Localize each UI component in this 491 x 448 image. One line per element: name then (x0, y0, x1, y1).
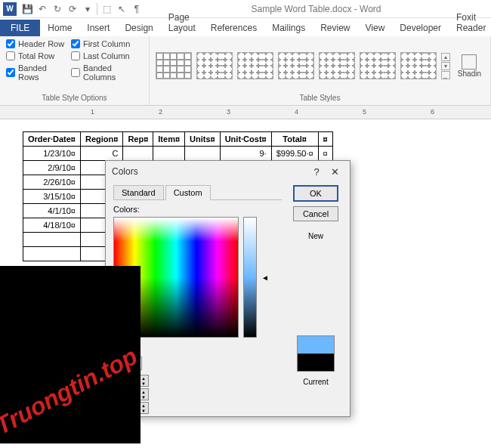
header-row-label: Header Row (18, 39, 64, 48)
cell[interactable] (23, 233, 81, 247)
last-column-label: Last Column (83, 51, 130, 60)
lightness-pointer-icon[interactable]: ◄ (261, 273, 269, 282)
preview-new-color (298, 336, 334, 354)
cell[interactable] (23, 247, 81, 261)
th-order-date[interactable]: Order·Date¤ (23, 132, 81, 147)
lightness-bar[interactable] (243, 217, 257, 338)
titlebar: W 💾 ↶ ↻ ⟳ ▾ ⬚ ↖ ¶ Sample Word Table.docx… (0, 0, 491, 18)
table-style-1[interactable] (156, 52, 192, 79)
tab-home[interactable]: Home (40, 20, 79, 36)
cell[interactable]: 2/26/10¤ (23, 175, 81, 190)
header-row-checkbox[interactable]: Header Row (6, 39, 66, 48)
banded-rows-checkbox[interactable]: Banded Rows (6, 63, 66, 82)
tab-developer[interactable]: Developer (392, 20, 449, 36)
tab-design[interactable]: Design (117, 20, 160, 36)
group-label-options: Table Style Options (6, 92, 143, 104)
total-row-checkbox[interactable]: Total Row (6, 51, 66, 60)
style-scroll-down[interactable]: ▾ (441, 62, 450, 70)
tab-insert[interactable]: Insert (79, 20, 117, 36)
dialog-title-text: Colors (112, 166, 307, 177)
tab-view[interactable]: View (358, 20, 393, 36)
dialog-help-icon[interactable]: ? (307, 166, 326, 178)
cell[interactable]: 9· (220, 147, 271, 161)
redo-icon[interactable]: ↻ (50, 2, 65, 17)
cell[interactable]: 4/18/10¤ (23, 218, 81, 233)
color-preview (297, 335, 335, 372)
dialog-titlebar[interactable]: Colors ? ✕ (106, 161, 350, 182)
select-objects-icon[interactable]: ⬚ (99, 2, 114, 17)
table-style-3[interactable] (237, 52, 273, 79)
th-rep[interactable]: Rep¤ (123, 132, 153, 147)
first-column-label: First Column (83, 39, 130, 48)
th-end[interactable]: ¤ (318, 132, 332, 147)
ruler-mark: 2 (159, 108, 162, 116)
ruler[interactable]: 1 2 3 4 5 6 (0, 106, 491, 119)
cell[interactable] (123, 147, 153, 161)
separator (97, 3, 97, 15)
dialog-tabs: Standard Custom (113, 185, 282, 200)
cell[interactable]: ¤ (318, 147, 332, 161)
tab-standard[interactable]: Standard (113, 185, 164, 199)
colors-label: Colors: (113, 205, 282, 214)
dialog-close-icon[interactable]: ✕ (326, 166, 344, 178)
ruler-mark: 6 (431, 108, 434, 116)
group-label-styles: Table Styles (156, 92, 484, 104)
ribbon-content: Header Row Total Row Banded Rows First C… (0, 36, 491, 106)
banded-columns-label: Banded Columns (83, 63, 143, 82)
tab-references[interactable]: References (203, 20, 264, 36)
th-unit-cost[interactable]: Unit·Cost¤ (220, 132, 271, 147)
cell[interactable] (153, 147, 185, 161)
ok-button[interactable]: OK (293, 185, 338, 202)
first-column-checkbox[interactable]: First Column (71, 39, 143, 48)
table-row[interactable]: 1/23/10¤C9·$999.50·¤¤ (23, 147, 333, 161)
undo-icon[interactable]: ↶ (35, 2, 50, 17)
tab-page-layout[interactable]: Page Layout (161, 9, 203, 36)
tab-foxit[interactable]: Foxit Reader (449, 9, 491, 36)
table-style-2[interactable] (196, 52, 233, 79)
qat-dropdown-icon[interactable]: ▾ (80, 2, 95, 17)
preview-current-color (298, 354, 334, 371)
style-scroll-up[interactable]: ▴ (441, 53, 450, 61)
repeat-icon[interactable]: ⟳ (65, 2, 80, 17)
last-column-checkbox[interactable]: Last Column (71, 51, 143, 60)
ruler-mark: 5 (363, 108, 366, 116)
tab-review[interactable]: Review (313, 20, 357, 36)
th-units[interactable]: Units¤ (185, 132, 221, 147)
paragraph-icon[interactable]: ¶ (129, 2, 144, 17)
save-icon[interactable]: 💾 (20, 2, 35, 17)
table-style-6[interactable] (360, 52, 396, 79)
file-tab[interactable]: FILE (0, 20, 40, 36)
banded-columns-checkbox[interactable]: Banded Columns (71, 63, 143, 82)
cell[interactable]: C (80, 147, 122, 161)
table-header-row[interactable]: Order·Date¤ Region¤ Rep¤ Item¤ Units¤ Un… (23, 132, 333, 147)
cell[interactable]: 3/15/10¤ (23, 190, 81, 204)
new-label: New (308, 232, 323, 240)
table-style-5[interactable] (319, 52, 355, 79)
cell[interactable]: 4/1/10¤ (23, 204, 81, 218)
cancel-button[interactable]: Cancel (293, 206, 338, 221)
shading-icon (462, 54, 477, 70)
th-item[interactable]: Item¤ (153, 132, 185, 147)
table-styles-group: ▴ ▾ ⎯ Shadin Table Styles (150, 36, 491, 105)
ribbon-tabs: FILE Home Insert Design Page Layout Refe… (0, 18, 491, 36)
shading-button[interactable]: Shadin (455, 53, 484, 79)
tab-custom[interactable]: Custom (165, 185, 211, 200)
cell[interactable]: 1/23/10¤ (23, 147, 81, 161)
cell[interactable]: 2/9/10¤ (23, 161, 81, 175)
style-scroll: ▴ ▾ ⎯ (441, 53, 450, 79)
th-region[interactable]: Region¤ (80, 132, 122, 147)
total-row-label: Total Row (18, 51, 54, 60)
cursor-icon[interactable]: ↖ (114, 2, 129, 17)
style-more[interactable]: ⎯ (441, 71, 450, 79)
cell[interactable]: $999.50·¤ (271, 147, 318, 161)
table-style-7[interactable] (400, 52, 437, 79)
table-style-4[interactable] (278, 52, 314, 79)
banded-rows-label: Banded Rows (18, 63, 66, 82)
ruler-mark: 3 (227, 108, 230, 116)
cell[interactable] (185, 147, 221, 161)
ruler-mark: 4 (295, 108, 298, 116)
th-total[interactable]: Total¤ (271, 132, 318, 147)
tab-mailings[interactable]: Mailings (264, 20, 313, 36)
ruler-mark: 1 (91, 108, 94, 116)
shading-label: Shadin (458, 70, 481, 78)
